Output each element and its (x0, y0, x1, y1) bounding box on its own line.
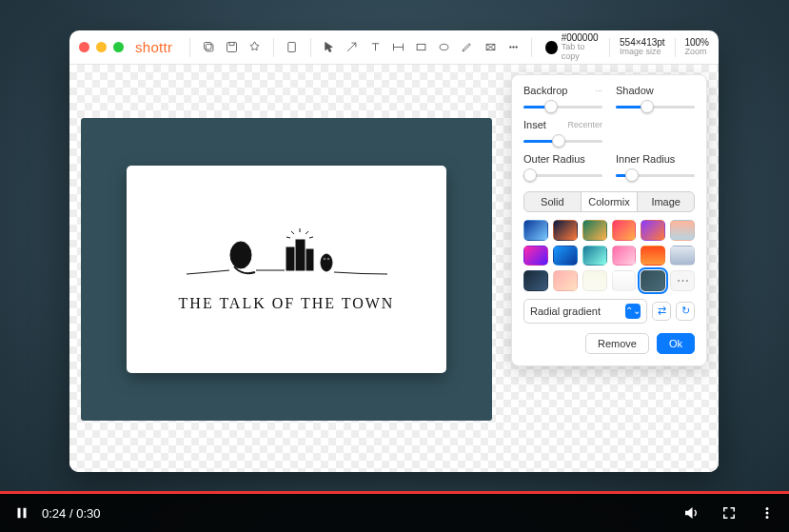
gradient-swatch[interactable] (553, 270, 578, 291)
caption-text: THE TALK OF THE TOWN (179, 295, 395, 312)
image-size-label: Image size (620, 48, 665, 57)
svg-rect-0 (206, 44, 213, 51)
gradient-swatch[interactable] (641, 246, 665, 266)
svg-point-8 (513, 47, 515, 49)
outer-radius-slider[interactable] (523, 167, 602, 184)
outer-radius-control: Outer Radius (523, 153, 602, 184)
copy-icon[interactable] (200, 37, 217, 58)
video-controls: 0:24 / 0:30 (0, 494, 789, 532)
svg-point-16 (327, 258, 330, 261)
seg-solid[interactable]: Solid (524, 192, 581, 211)
svg-point-19 (766, 507, 769, 510)
pause-icon[interactable] (13, 504, 30, 522)
svg-rect-4 (417, 44, 425, 49)
inset-slider[interactable] (523, 132, 602, 149)
svg-rect-13 (306, 249, 313, 270)
gradient-swatch[interactable] (670, 220, 695, 241)
svg-rect-12 (296, 240, 305, 270)
text-icon[interactable] (366, 37, 384, 58)
rect-icon[interactable] (412, 37, 429, 58)
chevron-updown-icon: ⌃⌄ (625, 304, 641, 319)
more-vert-icon[interactable] (759, 504, 776, 522)
inset-control: InsetRecenter (523, 119, 602, 149)
separator (273, 38, 274, 57)
shadow-slider[interactable] (616, 98, 695, 115)
more-icon[interactable] (504, 37, 522, 58)
pointer-icon[interactable] (321, 37, 338, 58)
pencil-icon[interactable] (459, 37, 476, 58)
svg-rect-18 (24, 508, 27, 519)
inset-label: Inset (523, 119, 546, 130)
svg-rect-17 (18, 508, 21, 519)
separator (531, 38, 532, 57)
seg-colormix[interactable]: Colormix (581, 192, 638, 211)
separator (609, 38, 610, 57)
measure-icon[interactable] (389, 37, 406, 58)
separator (310, 38, 311, 57)
gradient-swatch[interactable] (612, 246, 637, 266)
inner-radius-label: Inner Radius (616, 153, 675, 165)
backdrop-panel: Backdrop··· Shadow InsetRecenter Outer R… (511, 74, 707, 366)
gradient-swatch[interactable] (553, 246, 578, 266)
volume-icon[interactable] (682, 504, 700, 522)
more-swatches-button[interactable]: ⋯ (670, 270, 695, 291)
gradient-swatches: ⋯ (523, 220, 695, 291)
save-icon[interactable] (223, 37, 240, 58)
gradient-swatch[interactable] (612, 220, 637, 241)
arrow-icon[interactable] (344, 37, 361, 58)
gradient-swatch[interactable] (523, 220, 548, 241)
gradient-swatch[interactable] (553, 220, 578, 241)
svg-rect-11 (286, 247, 294, 270)
backdrop-slider[interactable] (523, 98, 602, 115)
gradient-swatch[interactable] (523, 246, 548, 266)
gradient-type-value: Radial gradient (530, 305, 601, 317)
gradient-swatch[interactable] (641, 220, 665, 241)
zoom-info[interactable]: 100% Zoom (684, 37, 709, 57)
gradient-swatch[interactable] (670, 246, 695, 266)
shadow-label: Shadow (616, 85, 654, 96)
fullscreen-window-button[interactable] (113, 42, 124, 52)
recenter-button[interactable]: Recenter (567, 120, 602, 129)
app-logo: shottr (135, 39, 172, 55)
fullscreen-icon[interactable] (720, 504, 738, 522)
gradient-swatch[interactable] (582, 220, 607, 241)
gradient-swatch[interactable] (612, 270, 637, 291)
pin-icon[interactable] (247, 37, 264, 58)
canvas[interactable]: THE TALK OF THE TOWN Backdrop··· Shadow … (69, 65, 719, 472)
separator (675, 38, 676, 57)
page-icon[interactable] (284, 37, 301, 58)
inner-radius-slider[interactable] (616, 167, 695, 184)
minimize-window-button[interactable] (96, 42, 107, 52)
svg-rect-3 (288, 43, 296, 52)
gradient-swatch[interactable] (641, 270, 665, 291)
svg-point-10 (230, 242, 251, 268)
ok-button[interactable]: Ok (657, 333, 695, 354)
fill-type-segmented[interactable]: Solid Colormix Image (523, 191, 695, 212)
svg-point-21 (766, 516, 769, 519)
app-window: shottr #000000 Tab to copy 554×413pt Ima… (69, 30, 719, 472)
remove-button[interactable]: Remove (585, 333, 649, 354)
color-swatch (545, 41, 557, 54)
blur-icon[interactable] (482, 37, 499, 58)
artboard-backdrop[interactable]: THE TALK OF THE TOWN (81, 118, 492, 421)
svg-point-15 (324, 258, 326, 261)
gradient-type-select[interactable]: Radial gradient ⌃⌄ (523, 299, 647, 324)
refresh-button[interactable]: ↻ (676, 302, 695, 321)
gradient-swatch[interactable] (582, 270, 607, 291)
toolbar: shottr #000000 Tab to copy 554×413pt Ima… (69, 30, 719, 65)
gradient-swatch[interactable] (582, 246, 607, 266)
shadow-control: Shadow (616, 85, 695, 115)
zoom-label: Zoom (684, 48, 709, 57)
color-info[interactable]: #000000 Tab to copy (545, 32, 600, 62)
outer-radius-label: Outer Radius (523, 153, 585, 165)
oval-icon[interactable] (436, 37, 453, 58)
gradient-swatch[interactable] (523, 270, 548, 291)
backdrop-label: Backdrop (523, 85, 567, 96)
close-window-button[interactable] (79, 42, 89, 52)
svg-point-5 (440, 44, 448, 49)
artboard-content: THE TALK OF THE TOWN (127, 166, 446, 373)
svg-point-14 (321, 254, 332, 271)
backdrop-more-button[interactable]: ··· (595, 86, 602, 95)
swap-colors-button[interactable]: ⇄ (652, 302, 671, 321)
seg-image[interactable]: Image (637, 192, 694, 211)
